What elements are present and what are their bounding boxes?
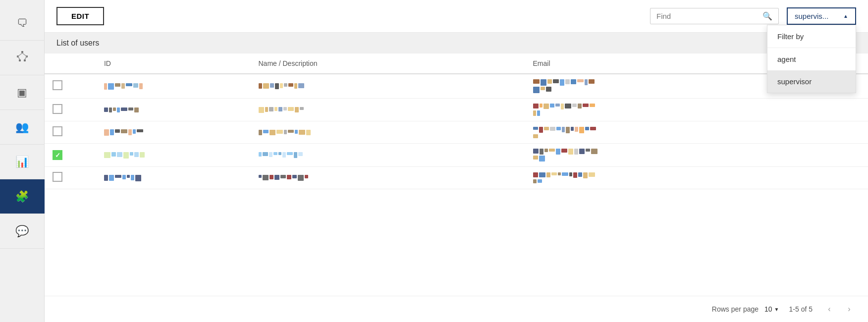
filter-dropdown: supervis... ▲ Filter by agent supervisor [787, 7, 856, 25]
filter-label: supervis... [795, 12, 828, 20]
sidebar-item-puzzle[interactable]: 🧩 [0, 179, 45, 214]
svg-line-5 [18, 53, 22, 56]
page-info: 1-5 of 5 [789, 305, 813, 313]
network-icon [16, 50, 29, 66]
table-row [45, 74, 868, 99]
cell-id [96, 167, 251, 189]
chart-icon: 📊 [15, 156, 29, 168]
cell-id [96, 121, 251, 144]
col-name: Name / Description [251, 54, 525, 74]
prev-page-button[interactable]: ‹ [822, 302, 836, 316]
filter-option-supervisor[interactable]: supervisor [767, 70, 856, 93]
rows-dropdown-icon: ▼ [774, 307, 779, 312]
cell-id [96, 74, 251, 99]
table-area: List of users ID Name / Description Emai… [45, 33, 868, 296]
cell-name [251, 74, 525, 99]
table-header-row: ID Name / Description Email [45, 54, 868, 74]
row-checkbox[interactable] [53, 126, 62, 136]
rows-per-page-label: Rows per page [712, 305, 759, 313]
svg-line-6 [22, 53, 27, 56]
next-page-button[interactable]: › [842, 302, 856, 316]
users-icon: 👥 [15, 121, 29, 134]
list-title: List of users [56, 39, 99, 47]
search-icon: 🔍 [762, 11, 772, 21]
cell-name [251, 99, 525, 121]
sidebar-item-users[interactable]: 👥 [0, 110, 45, 145]
users-table: ID Name / Description Email [45, 54, 868, 189]
layout-icon: ▣ [17, 86, 27, 99]
cell-name [251, 167, 525, 189]
table-row [45, 99, 868, 121]
cell-id [96, 144, 251, 167]
table-row [45, 144, 868, 167]
cell-email [525, 144, 868, 167]
rows-per-page-select[interactable]: 10 ▼ [764, 305, 779, 313]
puzzle-icon: 🧩 [15, 190, 29, 203]
svg-rect-0 [21, 51, 23, 53]
row-checkbox[interactable] [53, 150, 62, 160]
sidebar-item-message[interactable]: 💬 [0, 214, 45, 249]
cell-name [251, 121, 525, 144]
cell-email [525, 99, 868, 121]
filter-option-filter-by[interactable]: Filter by [767, 25, 856, 48]
cell-email [525, 121, 868, 144]
search-box: 🔍 [650, 8, 779, 24]
table-row [45, 121, 868, 144]
row-checkbox[interactable] [53, 104, 62, 114]
filter-option-agent[interactable]: agent [767, 48, 856, 70]
sidebar-item-network[interactable] [0, 41, 45, 75]
cell-id [96, 99, 251, 121]
filter-button[interactable]: supervis... ▲ [787, 7, 856, 25]
search-input[interactable] [656, 12, 762, 20]
chat-icon: 🗨 [17, 17, 28, 30]
sidebar-item-chat[interactable]: 🗨 [0, 6, 45, 41]
cell-name [251, 144, 525, 167]
svg-rect-4 [24, 59, 26, 61]
col-checkbox [45, 54, 96, 74]
col-id: ID [96, 54, 251, 74]
sidebar-item-layout[interactable]: ▣ [0, 75, 45, 110]
chevron-up-icon: ▲ [843, 13, 848, 19]
row-checkbox[interactable] [53, 172, 62, 182]
svg-rect-3 [19, 59, 21, 61]
main-content: EDIT 🔍 supervis... ▲ Filter by agent sup… [45, 0, 868, 322]
cell-email [525, 167, 868, 189]
sidebar-item-chart[interactable]: 📊 [0, 145, 45, 179]
top-bar: EDIT 🔍 supervis... ▲ Filter by agent sup… [45, 0, 868, 33]
pagination-bar: Rows per page 10 ▼ 1-5 of 5 ‹ › [45, 296, 868, 322]
table-row [45, 167, 868, 189]
rows-per-page-value: 10 [764, 305, 772, 313]
edit-button[interactable]: EDIT [56, 7, 104, 25]
row-checkbox[interactable] [53, 80, 62, 90]
filter-menu: Filter by agent supervisor [767, 25, 856, 93]
message-icon: 💬 [15, 225, 29, 238]
list-header: List of users [45, 33, 868, 54]
sidebar: 🗨 ▣ 👥 📊 🧩 💬 [0, 0, 45, 322]
